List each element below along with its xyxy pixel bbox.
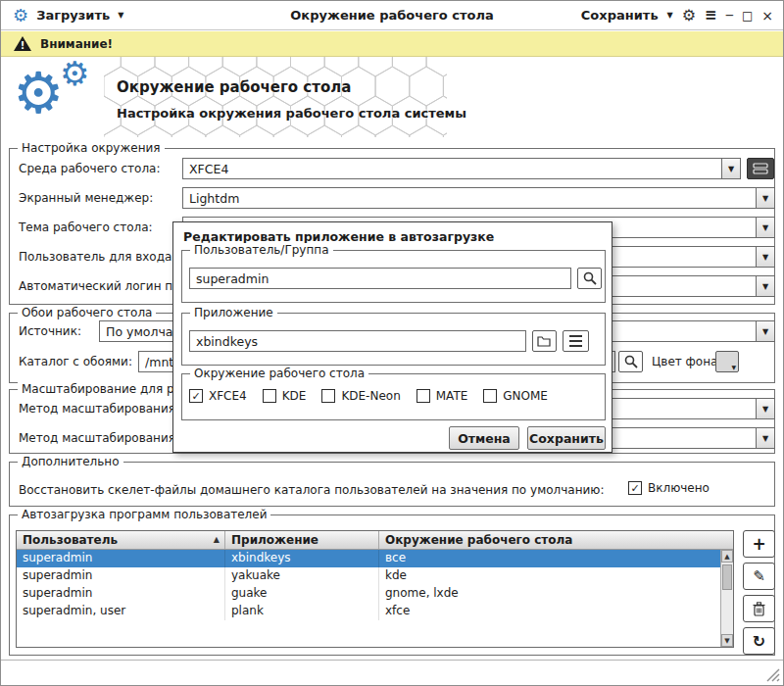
table-row[interactable]: superadmin, user plank xfce (17, 603, 722, 620)
svg-text:!: ! (21, 40, 25, 51)
combo-dropdown-button[interactable]: ▼ (756, 399, 774, 418)
checkbox-label: XFCE4 (209, 389, 247, 403)
app-gear-icon: ⚙ (13, 7, 28, 24)
combo-dropdown-button[interactable]: ▼ (756, 247, 774, 267)
save-menu-button[interactable]: Сохранить (581, 8, 659, 23)
column-header-user[interactable]: Пользователь ▲ (17, 531, 225, 549)
checkbox-box[interactable] (416, 389, 430, 403)
pencil-icon: ✎ (753, 567, 765, 585)
scrollbar-thumb[interactable] (722, 564, 732, 590)
cell-env: gnome, lxde (379, 585, 722, 603)
checkbox-xfce4[interactable]: ✓ XFCE4 (189, 389, 247, 403)
save-button[interactable]: Сохранить (527, 426, 606, 450)
menu-icon[interactable]: ≡ (705, 8, 717, 23)
combo-dropdown-button[interactable]: ▼ (721, 159, 740, 178)
window-title: Окружение рабочего стола (290, 8, 493, 23)
column-label: Пользователь (23, 533, 118, 547)
minimize-button[interactable]: ─ (726, 10, 733, 22)
browse-config-button[interactable] (747, 158, 774, 179)
cancel-button[interactable]: Отмена (449, 426, 519, 450)
check-icon: ✓ (630, 483, 639, 494)
combo-value: Lightdm (183, 191, 756, 206)
checkbox-label: GNOME (503, 389, 548, 403)
bg-color-picker-button[interactable]: ▼ (715, 351, 739, 372)
fieldset-legend: Обои рабочего стола (18, 306, 156, 319)
fieldset-legend: Приложение (190, 306, 277, 319)
table-scrollbar[interactable]: ▲ ▼ (720, 550, 733, 647)
checkbox-kde[interactable]: KDE (263, 389, 307, 403)
combo-dropdown-button[interactable]: ▼ (756, 218, 774, 237)
add-autostart-button[interactable]: + (743, 530, 775, 558)
fieldset-legend: Дополнительно (18, 455, 123, 468)
chevron-down-icon[interactable]: ▼ (667, 11, 673, 20)
checkbox-label: KDE (282, 389, 307, 403)
warning-icon: ! (13, 35, 32, 52)
column-header-app[interactable]: Приложение (225, 531, 379, 549)
trash-icon (753, 602, 765, 616)
checkbox-gnome[interactable]: GNOME (483, 389, 548, 403)
menu-icon (569, 335, 582, 347)
autologin-label: Автоматический логин пол (19, 279, 187, 293)
plus-icon: + (752, 534, 765, 554)
status-bar-divider (1, 660, 783, 661)
restore-skel-label: Восстановить скелет-файлы домашнего ката… (19, 483, 604, 497)
table-row[interactable]: superadmin yakuake kde (17, 567, 722, 585)
search-icon (624, 355, 638, 368)
skel-enabled-checkbox[interactable]: ✓ Включено (628, 481, 710, 495)
edit-autostart-button[interactable]: ✎ (743, 563, 775, 590)
delete-autostart-button[interactable] (743, 595, 775, 622)
combo-dropdown-button[interactable]: ▼ (756, 428, 774, 448)
table-row[interactable]: superadmin guake gnome, lxde (17, 585, 722, 603)
cell-app: xbindkeys (225, 550, 379, 567)
checkbox-kde-neon[interactable]: KDE-Neon (321, 389, 400, 403)
checkbox-box[interactable] (263, 389, 276, 403)
load-menu-button[interactable]: Загрузить (36, 8, 110, 23)
app-window: ⚙ Загрузить ▼ Окружение рабочего стола С… (0, 0, 784, 686)
checkbox-mate[interactable]: MATE (416, 389, 468, 403)
chevron-down-icon[interactable]: ▼ (118, 11, 123, 20)
combo-dropdown-button[interactable]: ▼ (756, 276, 774, 296)
refresh-autostart-button[interactable]: ↻ (743, 627, 775, 655)
chevron-down-icon: ▼ (762, 282, 768, 291)
chevron-down-icon: ▼ (762, 253, 768, 262)
checkbox-label: Включено (648, 481, 710, 495)
scaling-method-2-label: Метод масштабирования (19, 431, 175, 445)
env-checkbox-group: ✓ XFCE4 KDE KDE-Neon MATE GNOME (189, 389, 548, 403)
checkbox-box[interactable]: ✓ (628, 481, 642, 495)
column-label: Окружение рабочего стола (385, 533, 572, 547)
page-subtitle: Настройка окружения рабочего стола систе… (117, 106, 466, 121)
close-button[interactable]: × (761, 9, 773, 23)
display-manager-combo[interactable]: Lightdm ▼ (182, 187, 775, 209)
dialog-app-menu-button[interactable] (563, 330, 589, 352)
scroll-down-icon: ▼ (724, 637, 729, 645)
settings-gear-button[interactable]: ⚙ (682, 8, 696, 24)
checkbox-box[interactable] (321, 389, 335, 403)
wallpaper-search-button[interactable] (618, 351, 643, 372)
dialog-user-search-button[interactable] (577, 268, 602, 289)
checkbox-box[interactable]: ✓ (189, 389, 203, 403)
cell-env: все (379, 550, 722, 567)
page-title: Окружение рабочего стола (117, 78, 351, 96)
dialog-app-input[interactable] (189, 330, 526, 352)
cell-user: superadmin (17, 550, 225, 567)
edit-autostart-dialog: Редактировать приложение в автозагрузке … (172, 221, 612, 453)
resize-grip[interactable] (766, 668, 780, 682)
dialog-user-input[interactable] (189, 268, 571, 289)
chevron-down-icon: ▼ (762, 327, 768, 336)
chevron-down-icon: ▼ (762, 223, 768, 232)
table-row[interactable]: superadmin xbindkeys все (17, 550, 722, 567)
folder-open-icon (537, 335, 552, 347)
dialog-app-browse-button[interactable] (532, 330, 557, 352)
checkbox-box[interactable] (483, 389, 497, 403)
wallpaper-dir-label: Каталог с обоями: (19, 355, 132, 368)
scroll-down-button[interactable]: ▼ (721, 634, 733, 647)
logo-gear-icon: ⚙ (60, 57, 89, 90)
scroll-up-button[interactable]: ▲ (721, 550, 733, 563)
scaling-method-1-label: Метод масштабирования (19, 402, 175, 416)
desktop-environment-combo[interactable]: XFCE4 ▼ (182, 158, 741, 179)
column-header-env[interactable]: Окружение рабочего стола (379, 531, 733, 549)
combo-dropdown-button[interactable]: ▼ (756, 188, 774, 208)
checkbox-label: KDE-Neon (341, 389, 400, 403)
combo-dropdown-button[interactable]: ▼ (756, 321, 774, 341)
maximize-button[interactable]: □ (742, 10, 753, 22)
